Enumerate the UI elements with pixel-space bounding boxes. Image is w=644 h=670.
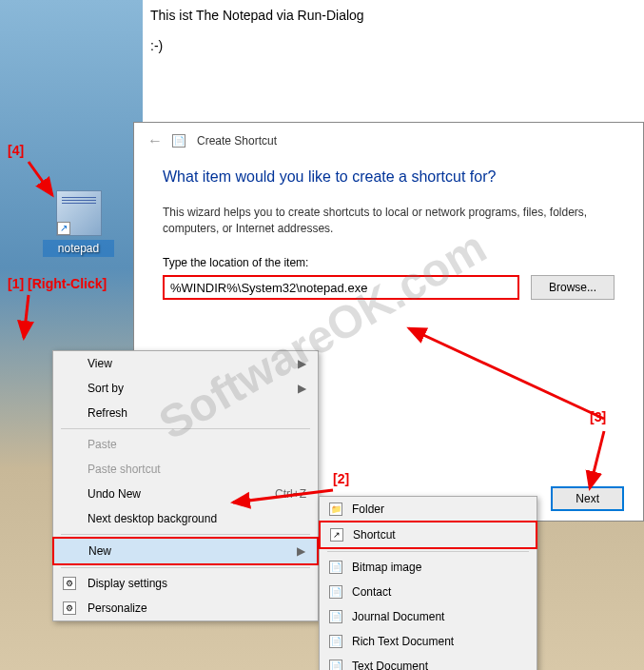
browse-button[interactable]: Browse...	[531, 275, 615, 300]
next-button[interactable]: Next	[551, 486, 624, 511]
menu-separator	[327, 551, 529, 552]
shortcut-icon: ↗	[330, 528, 343, 542]
dialog-title: Create Shortcut	[197, 134, 277, 148]
dialog-icon: 📄	[172, 134, 185, 148]
menu-icon: ⚙	[63, 601, 76, 615]
dialog-description: This wizard helps you to create shortcut…	[163, 205, 615, 237]
submenu-item-label: Shortcut	[353, 528, 396, 542]
chevron-right-icon: ▶	[298, 357, 306, 370]
menu-item-label: Sort by	[88, 382, 124, 395]
menu-item-paste: Paste	[53, 432, 318, 457]
submenu-item-rich-text-document[interactable]: 📄Rich Text Document	[320, 629, 537, 654]
location-input-wrapper	[163, 275, 519, 300]
file-icon: 📄	[329, 561, 342, 574]
annotation-4: [4]	[8, 143, 24, 158]
menu-item-label: View	[88, 357, 112, 370]
menu-item-label: New	[88, 544, 111, 558]
menu-separator	[61, 534, 310, 535]
dialog-body: What item would you like to create a sho…	[134, 159, 643, 309]
menu-separator	[61, 567, 310, 568]
desktop-shortcut-notepad[interactable]: ↗ notepad	[43, 190, 114, 257]
notepad-icon: ↗	[56, 190, 102, 236]
menu-item-undo-new[interactable]: Undo NewCtrl+Z	[53, 482, 318, 506]
location-input[interactable]	[170, 281, 426, 295]
menu-item-refresh[interactable]: Refresh	[53, 401, 318, 425]
file-icon: 📄	[329, 610, 342, 623]
menu-item-sort-by[interactable]: Sort by▶	[53, 376, 318, 401]
menu-item-label: Paste	[88, 438, 117, 451]
menu-item-label: Paste shortcut	[88, 463, 161, 476]
back-arrow-icon[interactable]: ←	[147, 132, 163, 149]
submenu-item-label: Rich Text Document	[352, 635, 454, 648]
arrow-1	[14, 290, 52, 347]
submenu-item-label: Bitmap image	[352, 561, 421, 574]
submenu-item-folder[interactable]: 📁Folder	[320, 497, 537, 522]
notepad-text-line1: This ist The Notepad via Run-Dialog	[150, 8, 636, 23]
chevron-right-icon: ▶	[297, 544, 305, 558]
notepad-text-line2: :-)	[150, 38, 636, 53]
annotation-1: [1] [Right-Click]	[8, 276, 107, 291]
submenu-item-bitmap-image[interactable]: 📄Bitmap image	[320, 555, 537, 580]
dialog-question: What item would you like to create a sho…	[163, 168, 615, 186]
location-row: Browse...	[163, 275, 615, 300]
file-icon: 📄	[329, 635, 342, 648]
submenu-item-contact[interactable]: 📄Contact	[320, 580, 537, 604]
submenu-item-shortcut[interactable]: ↗Shortcut	[319, 521, 537, 549]
desktop-context-menu: View▶Sort by▶RefreshPastePaste shortcutU…	[52, 350, 319, 621]
dialog-footer: Next	[551, 486, 624, 511]
chevron-right-icon: ▶	[298, 382, 306, 395]
submenu-item-label: Contact	[352, 585, 391, 599]
menu-item-label: Refresh	[88, 406, 127, 420]
menu-item-display-settings[interactable]: ⚙Display settings	[53, 571, 318, 596]
submenu-item-label: Text Document	[352, 660, 428, 670]
menu-item-label: Undo New	[88, 487, 141, 501]
menu-item-new[interactable]: New▶	[52, 537, 319, 565]
new-submenu: 📁Folder↗Shortcut📄Bitmap image📄Contact📄Jo…	[319, 496, 537, 670]
desktop-icon-label: notepad	[43, 240, 114, 257]
submenu-item-text-document[interactable]: 📄Text Document	[320, 654, 537, 670]
svg-line-2	[24, 295, 29, 338]
menu-item-label: Display settings	[88, 577, 167, 590]
menu-shortcut: Ctrl+Z	[275, 487, 306, 501]
menu-separator	[61, 428, 310, 429]
menu-item-label: Next desktop background	[88, 512, 217, 525]
file-icon: 📄	[329, 585, 342, 599]
shortcut-overlay-icon: ↗	[57, 222, 70, 235]
submenu-item-label: Journal Document	[352, 610, 444, 623]
menu-item-next-desktop-background[interactable]: Next desktop background	[53, 506, 318, 531]
notepad-window: This ist The Notepad via Run-Dialog :-)	[143, 0, 644, 124]
menu-item-paste-shortcut: Paste shortcut	[53, 457, 318, 482]
submenu-item-journal-document[interactable]: 📄Journal Document	[320, 604, 537, 629]
folder-icon: 📁	[329, 502, 342, 516]
file-icon: 📄	[329, 660, 342, 670]
menu-item-view[interactable]: View▶	[53, 351, 318, 376]
dialog-header: ← 📄 Create Shortcut	[134, 123, 643, 159]
menu-icon: ⚙	[63, 577, 76, 590]
menu-item-label: Personalize	[88, 601, 147, 615]
location-label: Type the location of the item:	[163, 256, 615, 269]
submenu-item-label: Folder	[352, 502, 384, 516]
menu-item-personalize[interactable]: ⚙Personalize	[53, 596, 318, 621]
